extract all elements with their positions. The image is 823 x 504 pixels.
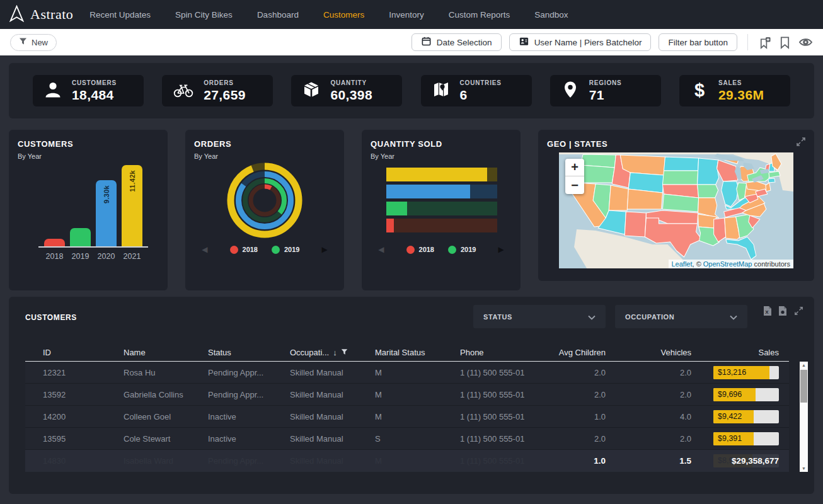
chevron-down-icon <box>588 311 596 323</box>
legend-item-2019[interactable]: 2019 <box>272 246 299 254</box>
kpi-customers[interactable]: CUSTOMERS 18,484 <box>33 75 144 106</box>
zoom-out-button[interactable]: − <box>565 176 584 194</box>
nav-item-dashboard[interactable]: Dashboard <box>257 10 299 20</box>
kpi-orders[interactable]: ORDERS 27,659 <box>162 75 273 106</box>
col-header-marital-status[interactable]: Marital Status <box>357 348 442 357</box>
legend-next-icon[interactable]: ▶ <box>498 245 504 254</box>
column-funnel-icon[interactable] <box>341 348 348 357</box>
table-row[interactable]: 12321Rosa HuPending Appr...Skilled Manua… <box>25 362 789 384</box>
cell-sales: $9,696 <box>695 388 789 401</box>
bookmark-add-icon[interactable] <box>758 36 771 49</box>
expand-icon[interactable] <box>793 306 804 319</box>
bookmark-icon[interactable] <box>779 36 791 49</box>
export-document-icon[interactable] <box>778 306 787 319</box>
export-excel-icon[interactable]: X <box>763 306 772 319</box>
leaflet-map[interactable]: + − Leaflet, © OpenStreetMap contributor… <box>559 152 793 268</box>
legend-item-2019[interactable]: 2019 <box>448 246 476 254</box>
cell-status: Inactive <box>190 434 272 444</box>
nav-item-recent-updates[interactable]: Recent Updates <box>89 10 151 20</box>
kpi-countries[interactable]: COUNTRIES 6 <box>421 75 532 106</box>
occupation-filter-dropdown[interactable]: OCCUPATION <box>615 305 747 328</box>
cell-avg-children: 2.0 <box>524 390 609 399</box>
col-header-sales[interactable]: Sales <box>695 348 789 357</box>
cell-avg-children: 2.0 <box>524 368 609 377</box>
dashboard-main: CUSTOMERS 18,484 ORDERS 27,659 QUANTITY … <box>0 55 823 494</box>
bar-2019[interactable] <box>70 228 91 246</box>
legend-item-2018[interactable]: 2018 <box>230 246 258 254</box>
cell-phone: 1 (11) 500 555-01... <box>442 368 524 377</box>
nav-item-customers[interactable]: Customers <box>323 10 364 20</box>
map-icon <box>432 80 451 101</box>
filter-bar-button[interactable]: Filter bar button <box>659 33 737 51</box>
nav-item-custom-reports[interactable]: Custom Reports <box>449 10 510 20</box>
zoom-in-button[interactable]: + <box>565 159 584 176</box>
sort-descending-icon[interactable]: ↓ <box>333 348 337 357</box>
card-title: QUANTITY SOLD <box>371 139 442 149</box>
cell-vehicles: 2.0 <box>609 434 695 444</box>
kpi-label: QUANTITY <box>330 79 372 86</box>
col-header-status[interactable]: Status <box>190 348 272 357</box>
pin-icon <box>561 80 580 101</box>
col-header-avg-children[interactable]: Avg Children <box>524 348 609 357</box>
cell-phone: 1 (11) 500 555-01... <box>442 412 524 421</box>
package-icon <box>302 80 321 101</box>
col-header-phone[interactable]: Phone <box>442 348 524 357</box>
user-name-button[interactable]: User Name | Piers Batchelor <box>509 33 652 51</box>
table-row[interactable]: 13595Cole StewartInactiveSkilled ManualS… <box>25 428 789 450</box>
legend-next-icon[interactable]: ▶ <box>321 245 327 254</box>
date-selection-button[interactable]: Date Selection <box>412 33 502 51</box>
scroll-down-icon[interactable]: ▼ <box>800 465 808 472</box>
expand-icon[interactable] <box>795 136 807 150</box>
col-header-id[interactable]: ID <box>25 348 106 357</box>
geo-states-card: GEO | STATES <box>538 130 814 281</box>
col-header-name[interactable]: Name <box>106 348 190 357</box>
hbar-2019[interactable] <box>386 202 497 215</box>
hbar-2021[interactable] <box>386 168 497 181</box>
nav-item-inventory[interactable]: Inventory <box>389 10 424 20</box>
orders-donut-chart[interactable] <box>223 159 306 244</box>
legend-item-2018[interactable]: 2018 <box>406 246 434 254</box>
totals-avg-children: 1.0 <box>524 456 609 466</box>
leaflet-link[interactable]: Leaflet <box>672 260 693 268</box>
cell-occupation: Skilled Manual <box>272 368 357 377</box>
cell-sales: $9,422 <box>695 410 789 423</box>
customers-by-year-card: CUSTOMERS By Year 9.30k 11.42k 2018 2019… <box>9 130 168 290</box>
table-scrollbar[interactable]: ▲ ▼ <box>800 362 808 472</box>
status-filter-dropdown[interactable]: STATUS <box>473 305 606 328</box>
hbar-2018[interactable] <box>386 219 497 232</box>
bar-2020[interactable]: 9.30k <box>96 180 117 246</box>
quantity-sold-card: QUANTITY SOLD By Year ◀ 2018 2019 ▶ <box>362 130 521 290</box>
cell-phone: 1 (11) 500 555-01... <box>442 390 524 399</box>
legend-prev-icon[interactable]: ◀ <box>202 245 207 254</box>
nav-item-spin-city-bikes[interactable]: Spin City Bikes <box>175 10 233 20</box>
person-icon <box>43 80 62 101</box>
nav-item-sandbox[interactable]: Sandbox <box>534 10 568 20</box>
cell-status: Pending Appr... <box>190 368 272 377</box>
bar-2021[interactable]: 11.42k <box>122 165 142 246</box>
legend-dot <box>272 246 280 254</box>
astrato-logo[interactable]: Astrato <box>9 5 73 25</box>
col-header-occupation[interactable]: Occupati... ↓ <box>272 348 357 357</box>
cell-avg-children: 2.0 <box>524 434 609 444</box>
osm-link[interactable]: OpenStreetMap <box>703 260 752 268</box>
col-header-vehicles[interactable]: Vehicles <box>609 348 695 357</box>
kpi-sales[interactable]: $ SALES 29.36M <box>679 75 790 106</box>
hbar-2020[interactable] <box>386 185 497 198</box>
table-row[interactable]: 13592Gabriella CollinsPending Appr...Ski… <box>25 384 789 406</box>
cell-id: 12321 <box>25 368 106 377</box>
table-totals-row: 1.0 1.5 $29,358,677 <box>25 450 789 472</box>
scroll-up-icon[interactable]: ▲ <box>800 362 808 369</box>
charts-row: CUSTOMERS By Year 9.30k 11.42k 2018 2019… <box>9 130 814 290</box>
kpi-regions[interactable]: REGIONS 71 <box>550 75 661 106</box>
legend-prev-icon[interactable]: ◀ <box>378 245 384 254</box>
eye-icon[interactable] <box>798 37 813 48</box>
table-row[interactable]: 14200Colleen GoelInactiveSkilled ManualM… <box>25 406 789 428</box>
chevron-down-icon <box>730 311 737 323</box>
bar-2018[interactable] <box>44 239 65 246</box>
x-tick: 2021 <box>122 252 142 261</box>
cell-occupation: Skilled Manual <box>272 412 357 421</box>
scrollbar-thumb[interactable] <box>800 370 807 403</box>
new-filter-button[interactable]: New <box>10 34 57 51</box>
kpi-quantity[interactable]: QUANTITY 60,398 <box>291 75 402 106</box>
kpi-label: ORDERS <box>204 79 246 86</box>
